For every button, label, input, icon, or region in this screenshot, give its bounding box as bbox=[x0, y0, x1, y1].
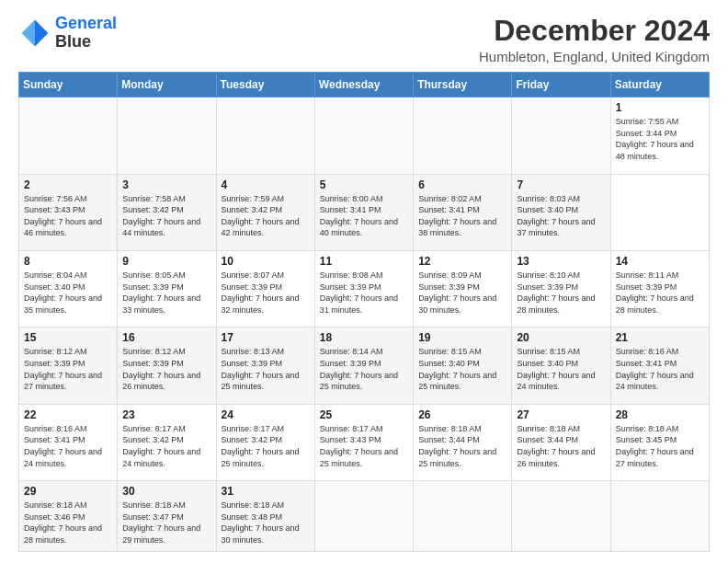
cell-info: Sunrise: 8:15 AM Sunset: 3:40 PM Dayligh… bbox=[418, 346, 506, 392]
col-header-tuesday: Tuesday bbox=[216, 73, 314, 98]
day-number: 4 bbox=[222, 178, 310, 191]
day-number: 6 bbox=[418, 178, 506, 191]
calendar-cell: 9 Sunrise: 8:05 AM Sunset: 3:39 PM Dayli… bbox=[118, 251, 216, 327]
day-number: 28 bbox=[616, 408, 704, 421]
calendar-cell: 8 Sunrise: 8:04 AM Sunset: 3:40 PM Dayli… bbox=[19, 251, 118, 327]
svg-marker-0 bbox=[35, 19, 48, 32]
day-number: 19 bbox=[418, 331, 506, 344]
calendar-cell: 4 Sunrise: 7:59 AM Sunset: 3:42 PM Dayli… bbox=[216, 174, 314, 250]
cell-info: Sunrise: 8:17 AM Sunset: 3:42 PM Dayligh… bbox=[222, 423, 310, 469]
cell-info: Sunrise: 8:17 AM Sunset: 3:42 PM Dayligh… bbox=[122, 423, 210, 469]
cell-info: Sunrise: 8:05 AM Sunset: 3:39 PM Dayligh… bbox=[122, 270, 210, 316]
day-number: 15 bbox=[24, 331, 112, 344]
calendar-cell bbox=[216, 98, 314, 174]
calendar-cell: 11 Sunrise: 8:08 AM Sunset: 3:39 PM Dayl… bbox=[314, 251, 413, 327]
day-number: 2 bbox=[24, 178, 112, 191]
cell-info: Sunrise: 8:04 AM Sunset: 3:40 PM Dayligh… bbox=[24, 270, 112, 316]
cell-info: Sunrise: 8:18 AM Sunset: 3:44 PM Dayligh… bbox=[517, 423, 605, 469]
cell-info: Sunrise: 8:03 AM Sunset: 3:40 PM Dayligh… bbox=[517, 193, 605, 239]
cell-info: Sunrise: 7:58 AM Sunset: 3:42 PM Dayligh… bbox=[122, 193, 210, 239]
calendar-cell: 22 Sunrise: 8:16 AM Sunset: 3:41 PM Dayl… bbox=[19, 404, 118, 480]
day-number: 24 bbox=[222, 408, 310, 421]
cell-info: Sunrise: 8:18 AM Sunset: 3:48 PM Dayligh… bbox=[222, 500, 310, 546]
cell-info: Sunrise: 8:15 AM Sunset: 3:40 PM Dayligh… bbox=[517, 346, 605, 392]
calendar-cell: 14 Sunrise: 8:11 AM Sunset: 3:39 PM Dayl… bbox=[610, 251, 709, 327]
cell-info: Sunrise: 8:17 AM Sunset: 3:43 PM Dayligh… bbox=[320, 423, 408, 469]
day-number: 13 bbox=[517, 255, 605, 268]
day-number: 29 bbox=[24, 485, 112, 498]
calendar-cell: 31 Sunrise: 8:18 AM Sunset: 3:48 PM Dayl… bbox=[216, 481, 314, 552]
calendar-cell bbox=[19, 98, 118, 174]
cell-info: Sunrise: 8:10 AM Sunset: 3:39 PM Dayligh… bbox=[517, 270, 605, 316]
logo: General Blue bbox=[18, 15, 117, 52]
col-header-monday: Monday bbox=[118, 73, 216, 98]
day-number: 17 bbox=[222, 331, 310, 344]
day-number: 25 bbox=[320, 408, 408, 421]
col-header-wednesday: Wednesday bbox=[314, 73, 413, 98]
day-number: 27 bbox=[517, 408, 605, 421]
main-title: December 2024 bbox=[479, 15, 710, 47]
calendar-cell: 26 Sunrise: 8:18 AM Sunset: 3:44 PM Dayl… bbox=[414, 404, 512, 480]
cell-info: Sunrise: 8:14 AM Sunset: 3:39 PM Dayligh… bbox=[320, 346, 408, 392]
calendar-cell: 29 Sunrise: 8:18 AM Sunset: 3:46 PM Dayl… bbox=[19, 481, 118, 552]
calendar-cell bbox=[314, 481, 413, 552]
calendar-cell: 10 Sunrise: 8:07 AM Sunset: 3:39 PM Dayl… bbox=[216, 251, 314, 327]
calendar-cell: 20 Sunrise: 8:15 AM Sunset: 3:40 PM Dayl… bbox=[512, 327, 610, 404]
cell-info: Sunrise: 7:56 AM Sunset: 3:43 PM Dayligh… bbox=[24, 193, 112, 239]
day-number: 26 bbox=[418, 408, 506, 421]
day-number: 21 bbox=[616, 331, 704, 344]
day-number: 8 bbox=[24, 255, 112, 268]
cell-info: Sunrise: 8:18 AM Sunset: 3:46 PM Dayligh… bbox=[24, 500, 112, 546]
day-number: 20 bbox=[517, 331, 605, 344]
cell-info: Sunrise: 8:08 AM Sunset: 3:39 PM Dayligh… bbox=[320, 270, 408, 316]
cell-info: Sunrise: 8:12 AM Sunset: 3:39 PM Dayligh… bbox=[122, 346, 210, 392]
col-header-thursday: Thursday bbox=[414, 73, 512, 98]
cell-info: Sunrise: 8:11 AM Sunset: 3:39 PM Dayligh… bbox=[616, 270, 704, 316]
calendar-cell: 3 Sunrise: 7:58 AM Sunset: 3:42 PM Dayli… bbox=[118, 174, 216, 250]
day-number: 18 bbox=[320, 331, 408, 344]
cell-info: Sunrise: 8:02 AM Sunset: 3:41 PM Dayligh… bbox=[418, 193, 506, 239]
calendar-cell: 2 Sunrise: 7:56 AM Sunset: 3:43 PM Dayli… bbox=[19, 174, 118, 250]
calendar-cell: 17 Sunrise: 8:13 AM Sunset: 3:39 PM Dayl… bbox=[216, 327, 314, 404]
col-header-saturday: Saturday bbox=[610, 73, 709, 98]
cell-info: Sunrise: 8:16 AM Sunset: 3:41 PM Dayligh… bbox=[616, 346, 704, 392]
subtitle: Humbleton, England, United Kingdom bbox=[479, 49, 710, 64]
calendar-cell: 27 Sunrise: 8:18 AM Sunset: 3:44 PM Dayl… bbox=[512, 404, 610, 480]
calendar-cell bbox=[314, 98, 413, 174]
svg-marker-3 bbox=[35, 33, 48, 46]
calendar-cell: 13 Sunrise: 8:10 AM Sunset: 3:39 PM Dayl… bbox=[512, 251, 610, 327]
cell-info: Sunrise: 7:55 AM Sunset: 3:44 PM Dayligh… bbox=[616, 116, 704, 162]
day-number: 1 bbox=[616, 101, 704, 114]
calendar-cell: 24 Sunrise: 8:17 AM Sunset: 3:42 PM Dayl… bbox=[216, 404, 314, 480]
col-header-sunday: Sunday bbox=[19, 73, 118, 98]
calendar-cell: 1 Sunrise: 7:55 AM Sunset: 3:44 PM Dayli… bbox=[610, 98, 709, 174]
svg-marker-1 bbox=[22, 19, 35, 32]
cell-info: Sunrise: 8:00 AM Sunset: 3:41 PM Dayligh… bbox=[320, 193, 408, 239]
calendar-cell: 23 Sunrise: 8:17 AM Sunset: 3:42 PM Dayl… bbox=[118, 404, 216, 480]
day-number: 12 bbox=[418, 255, 506, 268]
calendar-cell: 30 Sunrise: 8:18 AM Sunset: 3:47 PM Dayl… bbox=[118, 481, 216, 552]
day-number: 30 bbox=[122, 485, 210, 498]
svg-marker-2 bbox=[22, 33, 35, 46]
calendar-cell: 6 Sunrise: 8:02 AM Sunset: 3:41 PM Dayli… bbox=[414, 174, 512, 250]
calendar-cell bbox=[414, 98, 512, 174]
day-number: 23 bbox=[122, 408, 210, 421]
calendar-cell bbox=[610, 481, 709, 552]
day-number: 3 bbox=[122, 178, 210, 191]
logo-icon bbox=[18, 17, 51, 50]
calendar-table: SundayMondayTuesdayWednesdayThursdayFrid… bbox=[18, 72, 710, 552]
day-number: 9 bbox=[122, 255, 210, 268]
day-number: 22 bbox=[24, 408, 112, 421]
calendar-cell: 28 Sunrise: 8:18 AM Sunset: 3:45 PM Dayl… bbox=[610, 404, 709, 480]
logo-line2: Blue bbox=[55, 33, 117, 52]
cell-info: Sunrise: 7:59 AM Sunset: 3:42 PM Dayligh… bbox=[222, 193, 310, 239]
cell-info: Sunrise: 8:16 AM Sunset: 3:41 PM Dayligh… bbox=[24, 423, 112, 469]
day-number: 31 bbox=[222, 485, 310, 498]
cell-info: Sunrise: 8:18 AM Sunset: 3:44 PM Dayligh… bbox=[418, 423, 506, 469]
day-number: 5 bbox=[320, 178, 408, 191]
header: General Blue December 2024 Humbleton, En… bbox=[18, 15, 710, 64]
day-number: 16 bbox=[122, 331, 210, 344]
calendar-cell: 18 Sunrise: 8:14 AM Sunset: 3:39 PM Dayl… bbox=[314, 327, 413, 404]
page: General Blue December 2024 Humbleton, En… bbox=[0, 0, 728, 563]
calendar-cell: 7 Sunrise: 8:03 AM Sunset: 3:40 PM Dayli… bbox=[512, 174, 610, 250]
